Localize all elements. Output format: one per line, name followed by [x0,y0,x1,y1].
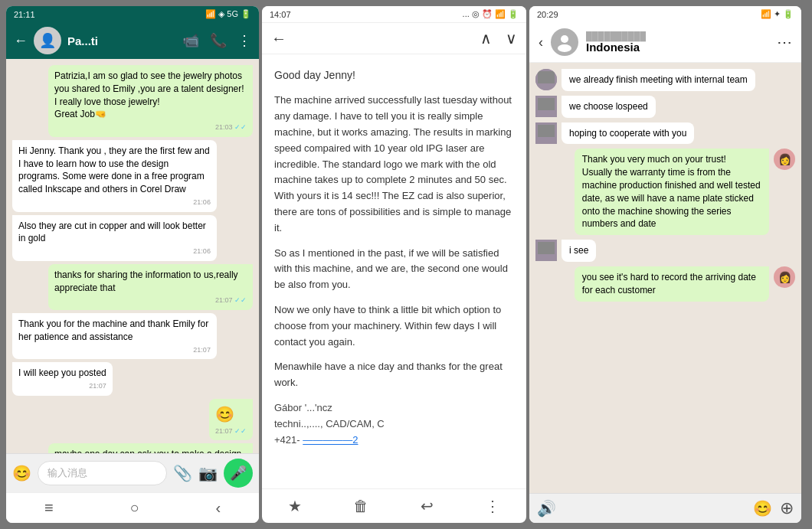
nav-home-icon[interactable]: ○ [129,499,139,517]
email-paragraph-1: The machine arrived successfully last tu… [274,93,514,236]
message-bubble: thanks for sharing the information to us… [48,264,253,310]
message-time: 21:07 ✓✓ [215,426,247,436]
avatar-icon [535,69,557,90]
mic-button[interactable]: 🎤 [224,459,253,488]
message-bubble: hoping to cooperate with you [562,122,694,145]
message-time: 21:07 ✓✓ [54,296,247,305]
svg-rect-8 [538,125,555,137]
star-button[interactable]: ★ [288,497,302,515]
more-button[interactable]: ⋮ [485,497,500,515]
message-text: thanks for sharing the information to us… [54,269,247,295]
message-text: 😊 [215,403,247,425]
sender-avatar [535,69,557,90]
more-options-icon[interactable]: ⋮ [237,32,251,49]
call-icon[interactable]: 📞 [210,32,227,49]
chat-header-3: ‹ ██████████ Indonesia ⋯ [529,22,801,63]
email-paragraph-3: Now we only have to think a little bit w… [274,302,514,350]
status-bar-3: 20:29 📶 ✦ 🔋 [529,6,801,22]
group-avatar-3 [551,28,578,56]
svg-rect-6 [538,98,555,110]
email-paragraph-2: So as I mentioned in the past, if we wil… [274,246,514,293]
contact-info-3: ██████████ Indonesia [586,31,769,54]
message-text: Hi Jenny. Thank you , they are the first… [18,145,211,196]
signature-phone: +421- [274,434,300,446]
scroll-down-icon[interactable]: ∨ [506,29,517,47]
email-paragraph-4: Menawhile have a nice day and thanks for… [274,359,514,391]
audio-button-3[interactable]: 🔊 [537,499,556,518]
message-text: Thank you for the machine and thank Emil… [18,318,211,344]
message-bubble: we already finish meeting with internal … [562,69,755,91]
message-bubble: Patrizia,I am so glad to see the jewelry… [48,65,253,137]
video-call-icon[interactable]: 📹 [182,32,199,49]
nav-menu-icon[interactable]: ≡ [44,499,54,517]
nav-back-icon[interactable]: ‹ [215,499,221,517]
sender-avatar [535,96,557,117]
email-toolbar: ★ 🗑 ↩ ⋮ [262,488,526,523]
message-bubble: Also they are cut in copper and will loo… [12,215,217,261]
svg-rect-10 [538,242,555,254]
message-bubble: Thank you very much on your trust!Usuall… [575,149,769,235]
message-text: maybe one day can ask you to make a desi… [54,448,247,453]
back-button-2[interactable]: ← [271,30,286,47]
emoji-button-3[interactable]: 😊 [753,499,772,518]
email-content: Good day Jenny! The machine arrived succ… [262,54,526,488]
svg-rect-4 [538,71,555,83]
signature-link[interactable]: —————2 [303,434,358,446]
nav-bar-1: ≡ ○ ‹ [6,492,259,523]
avatar-icon [535,122,557,144]
more-options-3[interactable]: ⋯ [777,33,792,51]
add-button-3[interactable]: ⊕ [780,498,794,518]
message-time: 21:06 [18,198,211,207]
status-time-3: 20:29 [537,10,558,19]
scroll-up-icon[interactable]: ∧ [480,29,492,47]
email-signature: Gábor '...'ncz techni..,...., CAD/CAM, C… [274,400,514,448]
my-avatar: 👩 [774,266,795,288]
email-detail-screen: 14:07 ... ◎ ⏰ 📶 🔋 ← ∧ ∨ Good day Jenny! … [262,6,526,523]
whatsapp-indonesia-screen: 20:29 📶 ✦ 🔋 ‹ ██████████ Indonesia ⋯ [529,6,801,523]
message-row: we choose lospeed [535,96,795,118]
status-bar-1: 21:11 📶 ◈ 5G 🔋 [6,6,259,22]
status-time-1: 21:11 [14,10,35,19]
message-bubble: i see [562,240,596,262]
my-avatar: 👩 [774,149,795,170]
message-bubble: you see it's hard to record the arriving… [575,266,769,302]
contact-name-1: Pa...ti [67,34,176,47]
message-time: 21:07 [18,381,106,391]
back-button-1[interactable]: ← [14,33,28,49]
email-greeting: Good day Jenny! [274,67,514,83]
emoji-button[interactable]: 😊 [12,464,31,482]
contact-blur-3: ██████████ [586,31,769,41]
message-input[interactable]: 输入消息 [38,461,167,485]
sender-avatar [535,240,557,261]
chat-header-1: ← 👤 Pa...ti 📹 📞 ⋮ [6,22,259,59]
reply-button[interactable]: ↩ [421,497,434,515]
camera-button[interactable]: 📷 [198,464,218,482]
email-header-actions: ∧ ∨ [480,29,517,47]
message-bubble: I will keep you posted 21:07 [12,362,113,395]
whatsapp-chat-screen: 21:11 📶 ◈ 5G 🔋 ← 👤 Pa...ti 📹 📞 ⋮ Patrizi… [6,6,259,523]
message-text: Also they are cut in copper and will loo… [18,220,211,246]
attach-button[interactable]: 📎 [173,464,192,482]
sender-avatar [535,122,557,144]
back-button-3[interactable]: ‹ [539,34,543,51]
header-icons-1: 📹 📞 ⋮ [182,32,251,49]
chat-input-bar: 😊 输入消息 📎 📷 🎤 [6,453,259,492]
status-bar-2: 14:07 ... ◎ ⏰ 📶 🔋 [262,6,526,23]
message-row: 👩 you see it's hard to record the arrivi… [535,266,795,302]
message-text: Patrizia,I am so glad to see the jewelry… [54,70,247,121]
avatar-icon [535,240,557,261]
delete-button[interactable]: 🗑 [353,498,368,515]
message-bubble: Hi Jenny. Thank you , they are the first… [12,140,217,212]
message-time: 21:07 [18,345,211,355]
email-header: ← ∧ ∨ [262,23,526,54]
group-icon [554,31,575,53]
contact-avatar-1: 👤 [34,27,61,54]
status-icons-3: 📶 ✦ 🔋 [761,9,794,19]
avatar-icon [535,96,557,117]
message-bubble: maybe one day can ask you to make a desi… [48,443,253,453]
message-text: I will keep you posted [18,367,106,380]
screens-container: 21:11 📶 ◈ 5G 🔋 ← 👤 Pa...ti 📹 📞 ⋮ Patrizi… [0,0,812,529]
signature-line3: +421- —————2 [274,433,514,449]
message-row: 👩 Thank you very much on your trust!Usua… [535,149,795,235]
message-bubble: Thank you for the machine and thank Emil… [12,313,217,359]
